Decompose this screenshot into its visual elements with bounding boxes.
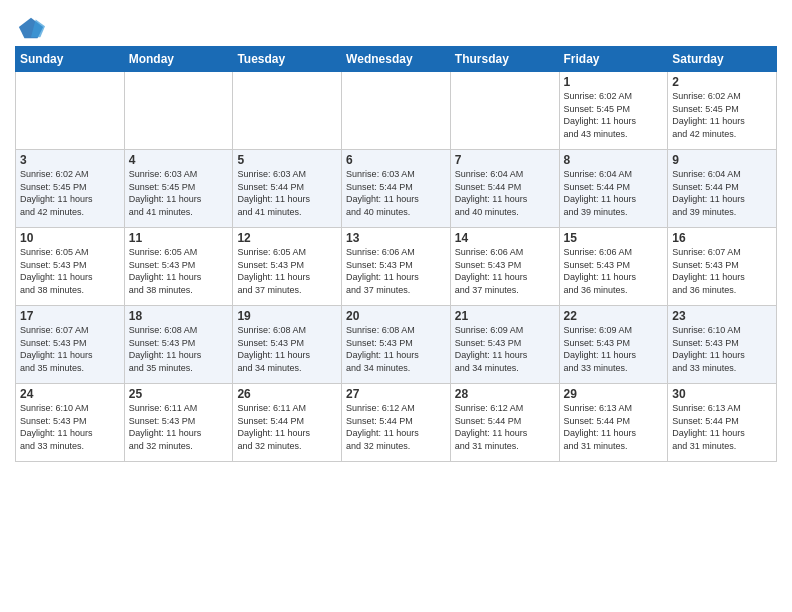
weekday-header: Tuesday <box>233 47 342 72</box>
day-info: Sunrise: 6:08 AM Sunset: 5:43 PM Dayligh… <box>129 324 229 374</box>
calendar-cell <box>233 72 342 150</box>
calendar-cell: 28Sunrise: 6:12 AM Sunset: 5:44 PM Dayli… <box>450 384 559 462</box>
logo <box>15 14 45 42</box>
day-info: Sunrise: 6:06 AM Sunset: 5:43 PM Dayligh… <box>455 246 555 296</box>
header-row: SundayMondayTuesdayWednesdayThursdayFrid… <box>16 47 777 72</box>
day-number: 26 <box>237 387 337 401</box>
day-number: 16 <box>672 231 772 245</box>
calendar-cell: 1Sunrise: 6:02 AM Sunset: 5:45 PM Daylig… <box>559 72 668 150</box>
main-container: SundayMondayTuesdayWednesdayThursdayFrid… <box>0 0 792 472</box>
day-info: Sunrise: 6:05 AM Sunset: 5:43 PM Dayligh… <box>237 246 337 296</box>
day-number: 10 <box>20 231 120 245</box>
logo-icon <box>17 14 45 42</box>
day-number: 23 <box>672 309 772 323</box>
day-info: Sunrise: 6:02 AM Sunset: 5:45 PM Dayligh… <box>564 90 664 140</box>
day-number: 15 <box>564 231 664 245</box>
day-info: Sunrise: 6:04 AM Sunset: 5:44 PM Dayligh… <box>564 168 664 218</box>
calendar-cell: 4Sunrise: 6:03 AM Sunset: 5:45 PM Daylig… <box>124 150 233 228</box>
weekday-header: Sunday <box>16 47 125 72</box>
calendar-cell: 7Sunrise: 6:04 AM Sunset: 5:44 PM Daylig… <box>450 150 559 228</box>
calendar-cell: 9Sunrise: 6:04 AM Sunset: 5:44 PM Daylig… <box>668 150 777 228</box>
day-number: 20 <box>346 309 446 323</box>
day-info: Sunrise: 6:13 AM Sunset: 5:44 PM Dayligh… <box>564 402 664 452</box>
day-info: Sunrise: 6:07 AM Sunset: 5:43 PM Dayligh… <box>672 246 772 296</box>
calendar-cell: 23Sunrise: 6:10 AM Sunset: 5:43 PM Dayli… <box>668 306 777 384</box>
calendar-cell: 5Sunrise: 6:03 AM Sunset: 5:44 PM Daylig… <box>233 150 342 228</box>
day-info: Sunrise: 6:05 AM Sunset: 5:43 PM Dayligh… <box>20 246 120 296</box>
day-info: Sunrise: 6:11 AM Sunset: 5:43 PM Dayligh… <box>129 402 229 452</box>
day-number: 7 <box>455 153 555 167</box>
calendar-week-row: 3Sunrise: 6:02 AM Sunset: 5:45 PM Daylig… <box>16 150 777 228</box>
calendar-cell <box>342 72 451 150</box>
calendar-cell: 15Sunrise: 6:06 AM Sunset: 5:43 PM Dayli… <box>559 228 668 306</box>
day-info: Sunrise: 6:08 AM Sunset: 5:43 PM Dayligh… <box>346 324 446 374</box>
calendar-cell: 11Sunrise: 6:05 AM Sunset: 5:43 PM Dayli… <box>124 228 233 306</box>
day-info: Sunrise: 6:13 AM Sunset: 5:44 PM Dayligh… <box>672 402 772 452</box>
day-info: Sunrise: 6:03 AM Sunset: 5:45 PM Dayligh… <box>129 168 229 218</box>
calendar-cell: 12Sunrise: 6:05 AM Sunset: 5:43 PM Dayli… <box>233 228 342 306</box>
calendar-cell: 18Sunrise: 6:08 AM Sunset: 5:43 PM Dayli… <box>124 306 233 384</box>
day-number: 13 <box>346 231 446 245</box>
day-number: 4 <box>129 153 229 167</box>
day-number: 5 <box>237 153 337 167</box>
calendar-cell: 22Sunrise: 6:09 AM Sunset: 5:43 PM Dayli… <box>559 306 668 384</box>
day-number: 12 <box>237 231 337 245</box>
weekday-header: Friday <box>559 47 668 72</box>
calendar-cell: 17Sunrise: 6:07 AM Sunset: 5:43 PM Dayli… <box>16 306 125 384</box>
calendar-week-row: 17Sunrise: 6:07 AM Sunset: 5:43 PM Dayli… <box>16 306 777 384</box>
day-number: 8 <box>564 153 664 167</box>
day-number: 29 <box>564 387 664 401</box>
calendar-cell: 10Sunrise: 6:05 AM Sunset: 5:43 PM Dayli… <box>16 228 125 306</box>
calendar-week-row: 10Sunrise: 6:05 AM Sunset: 5:43 PM Dayli… <box>16 228 777 306</box>
calendar-cell: 30Sunrise: 6:13 AM Sunset: 5:44 PM Dayli… <box>668 384 777 462</box>
day-number: 21 <box>455 309 555 323</box>
day-number: 19 <box>237 309 337 323</box>
day-info: Sunrise: 6:10 AM Sunset: 5:43 PM Dayligh… <box>20 402 120 452</box>
weekday-header: Saturday <box>668 47 777 72</box>
day-number: 11 <box>129 231 229 245</box>
calendar-cell <box>450 72 559 150</box>
day-info: Sunrise: 6:05 AM Sunset: 5:43 PM Dayligh… <box>129 246 229 296</box>
day-info: Sunrise: 6:07 AM Sunset: 5:43 PM Dayligh… <box>20 324 120 374</box>
calendar-cell: 21Sunrise: 6:09 AM Sunset: 5:43 PM Dayli… <box>450 306 559 384</box>
calendar-cell: 14Sunrise: 6:06 AM Sunset: 5:43 PM Dayli… <box>450 228 559 306</box>
calendar-cell: 20Sunrise: 6:08 AM Sunset: 5:43 PM Dayli… <box>342 306 451 384</box>
day-number: 25 <box>129 387 229 401</box>
calendar-week-row: 24Sunrise: 6:10 AM Sunset: 5:43 PM Dayli… <box>16 384 777 462</box>
day-number: 9 <box>672 153 772 167</box>
calendar-cell: 24Sunrise: 6:10 AM Sunset: 5:43 PM Dayli… <box>16 384 125 462</box>
day-number: 17 <box>20 309 120 323</box>
day-info: Sunrise: 6:12 AM Sunset: 5:44 PM Dayligh… <box>346 402 446 452</box>
day-info: Sunrise: 6:06 AM Sunset: 5:43 PM Dayligh… <box>564 246 664 296</box>
day-info: Sunrise: 6:04 AM Sunset: 5:44 PM Dayligh… <box>455 168 555 218</box>
calendar-cell <box>16 72 125 150</box>
calendar-cell: 3Sunrise: 6:02 AM Sunset: 5:45 PM Daylig… <box>16 150 125 228</box>
day-number: 2 <box>672 75 772 89</box>
day-info: Sunrise: 6:02 AM Sunset: 5:45 PM Dayligh… <box>672 90 772 140</box>
calendar-cell: 13Sunrise: 6:06 AM Sunset: 5:43 PM Dayli… <box>342 228 451 306</box>
calendar-cell: 6Sunrise: 6:03 AM Sunset: 5:44 PM Daylig… <box>342 150 451 228</box>
day-info: Sunrise: 6:09 AM Sunset: 5:43 PM Dayligh… <box>455 324 555 374</box>
calendar-cell: 19Sunrise: 6:08 AM Sunset: 5:43 PM Dayli… <box>233 306 342 384</box>
day-number: 22 <box>564 309 664 323</box>
calendar-cell: 2Sunrise: 6:02 AM Sunset: 5:45 PM Daylig… <box>668 72 777 150</box>
calendar-table: SundayMondayTuesdayWednesdayThursdayFrid… <box>15 46 777 462</box>
calendar-week-row: 1Sunrise: 6:02 AM Sunset: 5:45 PM Daylig… <box>16 72 777 150</box>
day-number: 14 <box>455 231 555 245</box>
day-number: 30 <box>672 387 772 401</box>
weekday-header: Thursday <box>450 47 559 72</box>
day-number: 3 <box>20 153 120 167</box>
calendar-cell <box>124 72 233 150</box>
day-info: Sunrise: 6:04 AM Sunset: 5:44 PM Dayligh… <box>672 168 772 218</box>
day-number: 27 <box>346 387 446 401</box>
day-info: Sunrise: 6:03 AM Sunset: 5:44 PM Dayligh… <box>237 168 337 218</box>
calendar-cell: 26Sunrise: 6:11 AM Sunset: 5:44 PM Dayli… <box>233 384 342 462</box>
day-info: Sunrise: 6:06 AM Sunset: 5:43 PM Dayligh… <box>346 246 446 296</box>
day-number: 28 <box>455 387 555 401</box>
weekday-header: Wednesday <box>342 47 451 72</box>
calendar-cell: 25Sunrise: 6:11 AM Sunset: 5:43 PM Dayli… <box>124 384 233 462</box>
weekday-header: Monday <box>124 47 233 72</box>
header <box>15 10 777 42</box>
day-info: Sunrise: 6:10 AM Sunset: 5:43 PM Dayligh… <box>672 324 772 374</box>
calendar-cell: 8Sunrise: 6:04 AM Sunset: 5:44 PM Daylig… <box>559 150 668 228</box>
